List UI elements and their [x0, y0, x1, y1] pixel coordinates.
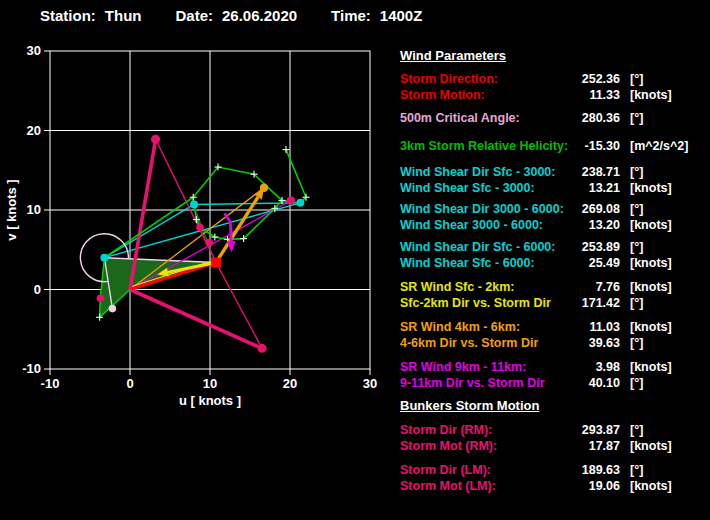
param-label: Storm Mot (RM): — [400, 438, 497, 454]
param-unit: [°] — [630, 201, 643, 217]
param-label: Storm Dir (RM): — [400, 422, 492, 438]
param-value: 269.08 — [530, 201, 620, 217]
param-unit: [°] — [630, 422, 643, 438]
param-value: 19.06 — [530, 478, 620, 494]
param-label: 9-11km Dir vs. Storm Dir — [400, 375, 545, 391]
param-unit: [°] — [630, 110, 643, 126]
param-label: Storm Motion: — [400, 87, 485, 103]
param-value: 280.36 — [530, 110, 620, 126]
param-value: 238.71 — [530, 164, 620, 180]
param-value: 252.36 — [530, 71, 620, 87]
panel-header: Bunkers Storm Motion — [400, 398, 539, 414]
param-unit: [knots] — [630, 255, 672, 271]
param-value: 253.89 — [530, 239, 620, 255]
param-value: 3.98 — [530, 359, 620, 375]
param-label: Storm Dir (LM): — [400, 462, 491, 478]
panel-header: Wind Parameters — [400, 48, 506, 64]
param-value: 40.10 — [530, 375, 620, 391]
param-unit: [knots] — [630, 478, 672, 494]
param-unit: [°] — [630, 239, 643, 255]
param-unit: [knots] — [630, 438, 672, 454]
param-unit: [°] — [630, 375, 643, 391]
app-window: Station: Thun Date: 26.06.2020 Time: 140… — [0, 0, 710, 520]
param-unit: [°] — [630, 462, 643, 478]
param-label: SR Wind 4km - 6km: — [400, 319, 520, 335]
param-label: Storm Mot (LM): — [400, 478, 496, 494]
param-unit: [knots] — [630, 217, 672, 233]
param-value: 171.42 — [530, 295, 620, 311]
param-label: Wind Shear Sfc - 3000: — [400, 180, 535, 196]
param-unit: [°] — [630, 71, 643, 87]
param-label: SR Wind 9km - 11km: — [400, 359, 526, 375]
param-unit: [knots] — [630, 319, 672, 335]
param-label: 500m Critical Angle: — [400, 110, 520, 126]
param-unit: [knots] — [630, 180, 672, 196]
param-unit: [°] — [630, 295, 643, 311]
param-unit: [°] — [630, 335, 643, 351]
param-value: 11.03 — [530, 319, 620, 335]
wind-parameters-panel: Wind ParametersStorm Direction:252.36[°]… — [0, 0, 710, 520]
param-label: Wind Shear Sfc - 6000: — [400, 255, 535, 271]
param-value: 11.33 — [530, 87, 620, 103]
param-value: 39.63 — [530, 335, 620, 351]
param-unit: [knots] — [630, 87, 672, 103]
param-label: 4-6km Dir vs. Storm Dir — [400, 335, 538, 351]
param-label: Wind Shear 3000 - 6000: — [400, 217, 543, 233]
param-label: Sfc-2km Dir vs. Storm Dir — [400, 295, 551, 311]
param-unit: [knots] — [630, 279, 672, 295]
param-value: -15.30 — [530, 138, 620, 154]
param-value: 189.63 — [530, 462, 620, 478]
param-value: 17.87 — [530, 438, 620, 454]
param-unit: [°] — [630, 164, 643, 180]
param-value: 25.49 — [530, 255, 620, 271]
param-value: 7.76 — [530, 279, 620, 295]
param-value: 13.20 — [530, 217, 620, 233]
param-label: SR Wind Sfc - 2km: — [400, 279, 514, 295]
param-value: 293.87 — [530, 422, 620, 438]
param-label: Storm Direction: — [400, 71, 498, 87]
param-unit: [m^2/s^2] — [630, 138, 688, 154]
param-unit: [knots] — [630, 359, 672, 375]
param-value: 13.21 — [530, 180, 620, 196]
